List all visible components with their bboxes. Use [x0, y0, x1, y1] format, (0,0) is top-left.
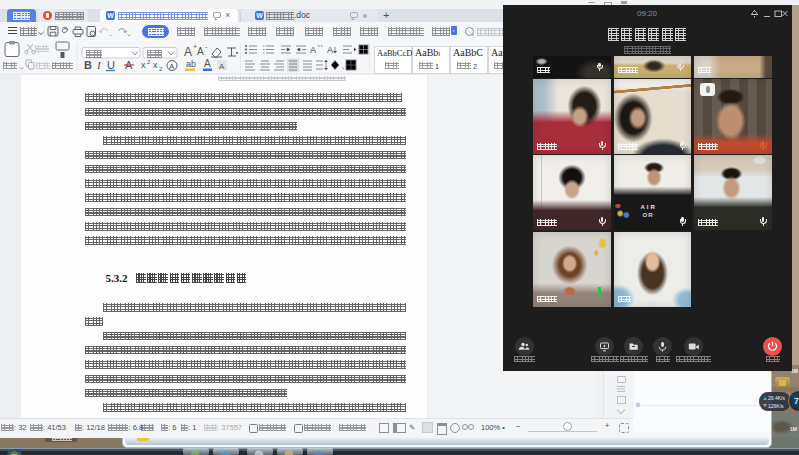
- svg-text:-: -: [205, 43, 208, 50]
- svg-text:A: A: [219, 62, 225, 71]
- svg-text:A: A: [204, 58, 211, 69]
- svg-text:A: A: [327, 45, 333, 55]
- svg-text:A: A: [169, 62, 175, 71]
- svg-text:x: x: [141, 60, 146, 70]
- svg-text:B: B: [84, 59, 92, 71]
- svg-text:x: x: [153, 60, 158, 70]
- svg-text:U: U: [107, 59, 115, 71]
- svg-text:A: A: [184, 45, 192, 59]
- svg-text:ab: ab: [186, 59, 196, 69]
- svg-text:A: A: [197, 46, 204, 57]
- svg-text:A: A: [310, 45, 316, 55]
- svg-text:2: 2: [147, 59, 151, 65]
- svg-text:I: I: [96, 59, 102, 71]
- svg-text:2: 2: [159, 66, 163, 72]
